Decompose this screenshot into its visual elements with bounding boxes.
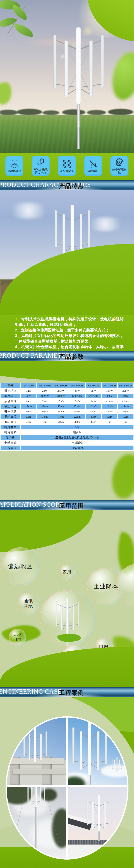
banner-title-reflection: ENGINEERING CASE (0, 693, 62, 697)
banner-title-zh: 产品特点 (59, 182, 84, 190)
spec-cell: 35m/s (86, 409, 101, 414)
spec-cell: 2.5m/s (118, 399, 133, 403)
spec-cell: 3.6m (53, 420, 69, 424)
spec-cell-span: -40℃~80℃ (21, 445, 133, 450)
spec-cell: 120/220V (86, 394, 101, 398)
spec-cell: 12m/s (118, 404, 133, 409)
spec-cell: 5kW (86, 389, 101, 393)
spec-cell: 3.8m (69, 420, 85, 424)
spec-row-label: 启动风速 (1, 399, 20, 403)
spec-row-label: 叶片数量 (1, 425, 20, 429)
spec-cell: 3kW (69, 389, 85, 393)
spec-cell: 2.5m/s (102, 399, 117, 403)
feature-line: 3、风轮叶片采用优化的气动外形设计和结构设计的专利技术，一体成型铝合金型材喷塑，… (15, 333, 124, 344)
spec-row: 启动风速 2m/s 2m/s 2m/s 2m/s 2m/s 2.5m/s 2.5… (1, 399, 133, 403)
spec-cell: 12m/s (69, 404, 85, 409)
spec-cell: 120/220V (69, 394, 85, 398)
svg-text:★: ★ (37, 162, 38, 164)
banner-product-parameters: PRODUCT PARAMETERS PRODUCT PARAMETERS 产品… (0, 351, 134, 361)
cloud (5, 203, 52, 219)
spec-row: 额定电压 48V 48/96V 48/96V 120/220V 120/220V… (1, 394, 133, 398)
banner-title-reflection: APPLICATION SCOPE (0, 506, 63, 510)
banner-engineering-case: ENGINEERING CASE ENGINEERING CASE 工程案例 (0, 687, 134, 697)
spec-cell: 35m/s (69, 409, 85, 414)
spec-cell: 2.5kW (53, 389, 69, 393)
spec-table: 型号 NE-1000H NE-2000H NE-2500H NE-3000H N… (0, 383, 134, 451)
sparkle-decor: ✦ (65, 783, 68, 787)
feature-tile-label: 效率智能跟踪 (111, 168, 128, 175)
engineering-case-section: ✦ (0, 697, 134, 868)
spec-cell: 12m/s (102, 404, 117, 409)
spec-row: 制动方式 电磁制动 (1, 440, 133, 445)
spec-cell: 20kW (118, 389, 133, 393)
green-curve-overlay (0, 244, 134, 315)
spec-cell: 1.8m (53, 414, 69, 419)
spec-cell: 3m (37, 420, 52, 424)
app-bubble-remote-areas: 偏远地区 (1, 547, 39, 585)
spec-cell: 6m (102, 420, 117, 424)
spec-header-row: 型号 NE-1000H NE-2000H NE-2500H NE-3000H N… (1, 383, 133, 388)
svg-text:★: ★ (38, 164, 40, 165)
wind-turbine-graphic (80, 789, 118, 832)
spec-cell: 5.8m (102, 414, 117, 419)
spec-cell-span: 铝合金 (21, 430, 133, 435)
banner-application-scope: APPLICATION SCOPE APPLICATION SCOPE 应用范围 (0, 500, 134, 510)
wind-turbine-graphic (109, 754, 125, 776)
fan-icon (10, 159, 19, 169)
spec-cell: 7.6m (118, 414, 133, 419)
characteristics-photo (0, 190, 134, 315)
spec-cell: 1.6m (21, 414, 37, 419)
app-label: 偏远地区 (8, 562, 33, 570)
feature-tile-label: 故障率低 (88, 169, 99, 173)
feature-tile-label: 启动风速低 (7, 169, 21, 173)
spec-cell: 35m/s (118, 409, 133, 414)
features-list: 1、专利技术永磁悬浮发电机，特殊的定子设计，发电机的阻转矩低，启动风速低，风能利… (0, 315, 134, 351)
spec-cell-span: 5片 (21, 425, 133, 429)
app-bubble-telecom-base: 通讯基地 (17, 593, 39, 615)
spec-cell: 2m/s (21, 399, 37, 403)
spec-row: 额定功率 1kW 2kW 2.5kW 3kW 5kW 10kW 20kW (1, 389, 133, 393)
spec-cell: 1kW (21, 389, 37, 393)
spec-row-label: 额定功率 (1, 389, 20, 393)
app-bubble-building-power: 大楼用电 (9, 629, 26, 646)
spec-cell: 12m/s (21, 404, 37, 409)
feature-line: 1、专利技术永磁悬浮发电机，特殊的定子设计，发电机的阻转矩低，启动风速低，风能利… (15, 316, 124, 328)
spec-cell: 2m/s (69, 399, 85, 403)
spec-cell: 3.6m (86, 414, 101, 419)
app-bubble-partial (117, 564, 134, 607)
spec-cell: 48/96V (37, 394, 52, 398)
feature-tile-label: 专利永磁悬浮发电机 (32, 168, 49, 175)
spec-col-header: NE-2500H (53, 383, 69, 388)
spec-col-header: NE-3000H (69, 383, 85, 388)
banner-title-zh: 产品参数 (59, 353, 84, 361)
spec-row: 风轮高度 2.4m 3m 3.6m 3.8m 4.5m 6m 9m (1, 420, 133, 424)
spec-row-label: 工作温度 (1, 445, 20, 450)
spec-cell: 2m/s (53, 399, 69, 403)
spec-cell: 10kW (102, 389, 117, 393)
spec-cell: 2.4m (21, 420, 37, 424)
green-corner-swoosh (0, 510, 93, 552)
building-beam (13, 769, 66, 774)
tracking-icon (115, 157, 124, 167)
spec-row: 发电机 三相交流永磁发电机/永磁悬浮发电机 (1, 435, 133, 440)
spec-cell: 48V (21, 394, 37, 398)
feature-tile-low-vibration: 运行振动低 (58, 156, 76, 176)
spec-cell: 35m/s (37, 409, 52, 414)
spec-cell: 2kW (37, 389, 52, 393)
spec-cell: 9m (118, 420, 133, 424)
spec-cell: 2m/s (86, 399, 101, 403)
spec-cell: 2m/s (37, 399, 52, 403)
svg-text:★: ★ (39, 159, 40, 161)
green-curve-bottom (0, 647, 134, 687)
app-bubble-home-use: 家用 (60, 564, 75, 580)
spec-row-label: 风轮高度 (1, 420, 20, 424)
patent-icon: ★ ★ ★ ★ (36, 157, 45, 167)
feature-tile-low-failure: 故障率低 (84, 156, 102, 176)
banner-title-zh: 应用范围 (59, 502, 84, 510)
parameters-section: 型号 NE-1000H NE-2000H NE-2500H NE-3000H N… (0, 361, 134, 500)
spec-cell: 12m/s (37, 404, 52, 409)
wind-turbine-graphic (40, 16, 117, 131)
spec-row-label: 制动方式 (1, 440, 20, 445)
spec-cell: 35m/s (21, 409, 37, 414)
case-photo-circle: ✦ (5, 716, 129, 860)
